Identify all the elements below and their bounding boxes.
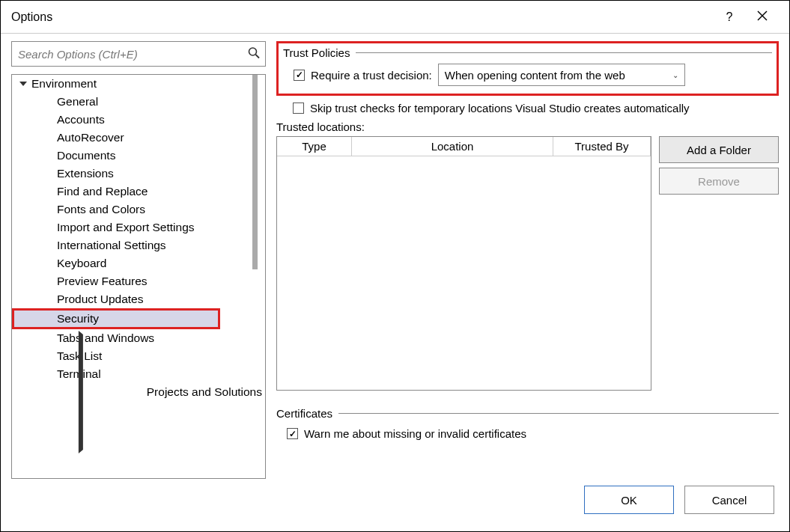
close-icon	[757, 10, 768, 21]
tree-item-preview-features[interactable]: Preview Features	[12, 272, 265, 290]
chevron-down-icon	[19, 82, 27, 86]
search-input[interactable]	[11, 41, 266, 67]
chevron-down-icon: ⌄	[672, 71, 678, 79]
col-location[interactable]: Location	[352, 137, 553, 156]
tree-item-fonts-colors[interactable]: Fonts and Colors	[12, 201, 265, 218]
tree-item-intl-settings[interactable]: International Settings	[12, 236, 265, 254]
skip-trust-label: Skip trust checks for temporary location…	[310, 102, 690, 114]
trusted-locations-table[interactable]: Type Location Trusted By	[276, 136, 651, 391]
col-trusted-by[interactable]: Trusted By	[553, 137, 651, 156]
tree-item-autorecover[interactable]: AutoRecover	[12, 129, 265, 147]
tree-item-import-export[interactable]: Import and Export Settings	[12, 218, 265, 236]
help-button[interactable]: ?	[713, 10, 746, 24]
tree-item-product-updates[interactable]: Product Updates	[12, 290, 265, 308]
tree-scrollbar[interactable]	[252, 75, 258, 269]
tree-item-extensions[interactable]: Extensions	[12, 165, 265, 183]
tree-item-task-list[interactable]: Task List	[12, 347, 265, 365]
tree-item-general[interactable]: General	[12, 93, 265, 111]
tree-item-tabs-windows[interactable]: Tabs and Windows	[12, 329, 265, 347]
remove-button[interactable]: Remove	[659, 168, 779, 195]
table-header: Type Location Trusted By	[277, 137, 651, 156]
tree-item-accounts[interactable]: Accounts	[12, 111, 265, 129]
tree-item-security[interactable]: Security	[12, 308, 220, 329]
tree-item-documents[interactable]: Documents	[12, 147, 265, 165]
options-tree[interactable]: Environment General Accounts AutoRecover…	[11, 74, 266, 479]
tree-cat-projects[interactable]: Projects and Solutions	[12, 383, 265, 401]
chevron-right-icon	[79, 331, 83, 453]
close-button[interactable]	[746, 10, 779, 24]
search-options	[11, 41, 266, 67]
tree-item-find-replace[interactable]: Find and Replace	[12, 183, 265, 201]
require-trust-checkbox[interactable]	[294, 70, 305, 81]
cancel-button[interactable]: Cancel	[684, 486, 774, 514]
group-label: Certificates	[276, 407, 332, 420]
trust-policies-highlight: Trust Policies Require a trust decision:…	[276, 41, 779, 96]
trusted-locations-label: Trusted locations:	[276, 120, 779, 133]
tree-item-terminal[interactable]: Terminal	[12, 365, 265, 383]
trust-scope-dropdown[interactable]: When opening content from the web ⌄	[438, 64, 685, 86]
dropdown-value: When opening content from the web	[445, 69, 625, 82]
warn-cert-label: Warn me about missing or invalid certifi…	[304, 427, 526, 440]
window-title: Options	[11, 10, 713, 24]
svg-line-3	[256, 55, 260, 58]
tree-cat-environment[interactable]: Environment	[12, 75, 265, 93]
titlebar: Options ?	[1, 1, 789, 34]
tree-item-keyboard[interactable]: Keyboard	[12, 254, 265, 272]
certificates-header: Certificates	[276, 407, 779, 420]
options-dialog: Options ? Environment General	[0, 0, 790, 532]
skip-trust-checkbox[interactable]	[293, 103, 304, 114]
ok-button[interactable]: OK	[584, 486, 674, 514]
svg-point-2	[249, 48, 257, 55]
divider	[356, 52, 772, 53]
divider	[338, 413, 779, 414]
group-label: Trust Policies	[283, 46, 350, 59]
search-icon[interactable]	[248, 47, 260, 61]
add-folder-button[interactable]: Add a Folder	[659, 136, 779, 163]
dialog-footer: OK Cancel	[1, 479, 789, 531]
col-type[interactable]: Type	[277, 137, 352, 156]
require-trust-label: Require a trust decision:	[311, 69, 432, 82]
warn-cert-checkbox[interactable]	[287, 428, 298, 439]
trust-policies-header: Trust Policies	[283, 46, 772, 59]
tree-cat-label: Projects and Solutions	[147, 385, 262, 399]
tree-cat-label: Environment	[31, 77, 97, 91]
